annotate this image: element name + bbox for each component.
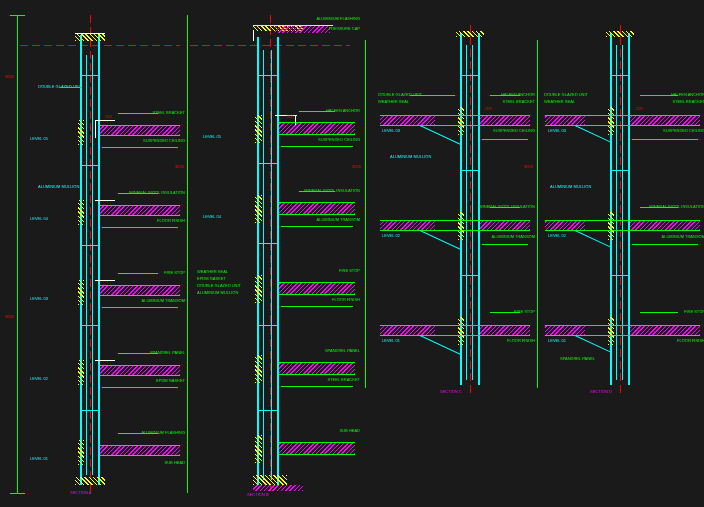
slab xyxy=(279,122,355,123)
ann: DOUBLE GLAZED UNIT xyxy=(197,284,241,288)
glass xyxy=(271,50,272,480)
ann: FLOOR FINISH xyxy=(332,298,360,302)
slab xyxy=(545,325,585,335)
slab xyxy=(545,220,585,230)
ann: SUB HEAD xyxy=(340,429,360,433)
ann: EPDM GASKET xyxy=(197,277,226,281)
ann: ALUMINIUM FLASHING xyxy=(316,17,360,21)
ann: ALUMINIUM MULLION xyxy=(197,291,238,295)
centerline-a xyxy=(90,15,91,495)
title-c: SECTION C xyxy=(440,390,462,394)
ann: SUSPENDED CEILING xyxy=(318,138,360,142)
lvl: LEVEL 05 xyxy=(30,137,48,141)
diag xyxy=(575,335,612,353)
slab xyxy=(630,220,700,230)
diag xyxy=(575,125,612,143)
title-a: SECTION A xyxy=(70,491,91,495)
slab-line xyxy=(100,445,180,446)
lvl: LEVEL 05 xyxy=(203,135,221,139)
lvl: LEVEL 02 xyxy=(382,234,400,238)
lvl: LEVEL 03 xyxy=(382,129,400,133)
spandrel xyxy=(78,360,84,385)
slab xyxy=(279,214,355,215)
lvl: LEVEL 01 xyxy=(548,339,566,343)
lead xyxy=(490,312,520,313)
section-b: ALUMINIUM FLASHING PRESSURE CAP HALFEN A… xyxy=(195,15,355,495)
edge xyxy=(253,31,254,41)
slab xyxy=(279,282,355,294)
bracket xyxy=(95,120,115,121)
sill xyxy=(253,475,287,485)
ceiling xyxy=(482,139,528,140)
transom xyxy=(460,275,480,276)
diag xyxy=(420,125,461,145)
spandrel xyxy=(78,440,84,465)
slab xyxy=(279,442,355,454)
transom xyxy=(80,245,100,246)
transom xyxy=(257,410,279,411)
ceiling xyxy=(281,386,353,387)
slab xyxy=(545,325,700,326)
spandrel xyxy=(608,317,614,345)
lvl: LEVEL 01 xyxy=(30,457,48,461)
cap xyxy=(606,31,634,37)
ann: FIRE STOP xyxy=(684,310,704,314)
spandrel xyxy=(255,115,262,143)
spandrel xyxy=(78,280,84,305)
transom xyxy=(257,243,279,244)
transom xyxy=(610,170,630,171)
dim: 3000 xyxy=(5,75,14,79)
ceiling xyxy=(632,244,698,245)
spandrel xyxy=(78,120,84,145)
lead xyxy=(118,273,158,274)
bracket xyxy=(95,120,96,138)
lvl: LEVEL 03 xyxy=(30,297,48,301)
slab xyxy=(279,202,355,203)
slab xyxy=(279,202,355,214)
slab xyxy=(630,115,700,125)
slab xyxy=(279,362,355,374)
ext xyxy=(10,493,25,494)
bracket xyxy=(95,200,115,201)
lead xyxy=(118,113,158,114)
slab-line xyxy=(100,135,180,136)
cap xyxy=(75,33,105,41)
dim: 200 xyxy=(636,107,643,111)
transom xyxy=(257,325,279,326)
slab xyxy=(380,325,530,326)
slab xyxy=(380,220,435,230)
ann: STEEL BRACKET xyxy=(327,378,360,382)
ann: SUSPENDED CEILING xyxy=(493,129,535,133)
transom xyxy=(80,75,100,76)
cad-canvas[interactable]: STEEL BRACKET SUSPENDED CEILING LEVEL 05… xyxy=(0,0,704,507)
lead xyxy=(299,191,335,192)
slab xyxy=(380,115,530,116)
slab xyxy=(100,445,180,455)
ceiling xyxy=(102,227,178,228)
ann: EPDM GASKET xyxy=(156,379,185,383)
centerline-c xyxy=(470,25,471,395)
glass xyxy=(472,45,473,380)
slab-line xyxy=(100,455,180,456)
section-a: STEEL BRACKET SUSPENDED CEILING LEVEL 05… xyxy=(30,15,180,495)
title-b: SECTION B xyxy=(247,493,269,497)
dim: 200 xyxy=(485,107,492,111)
slab xyxy=(100,285,180,295)
bracket xyxy=(295,115,296,125)
slab xyxy=(480,325,530,335)
slab xyxy=(100,365,180,375)
diag xyxy=(420,335,461,355)
ann: FLOOR FINISH xyxy=(507,339,535,343)
transom xyxy=(80,410,100,411)
slab xyxy=(100,125,180,135)
ann: FLOOR FINISH xyxy=(677,339,704,343)
section-c: DOUBLE GLAZED UNIT WEATHER SEAL HALFEN A… xyxy=(370,25,530,405)
grid-b-top xyxy=(190,45,350,46)
ann: ALUMINIUM TRANSOM xyxy=(662,235,704,239)
slab xyxy=(545,115,585,125)
slab xyxy=(380,230,530,231)
lead xyxy=(118,193,158,194)
ann: PRESSURE CAP xyxy=(329,27,360,31)
bracket xyxy=(95,280,115,281)
glass xyxy=(92,55,93,475)
